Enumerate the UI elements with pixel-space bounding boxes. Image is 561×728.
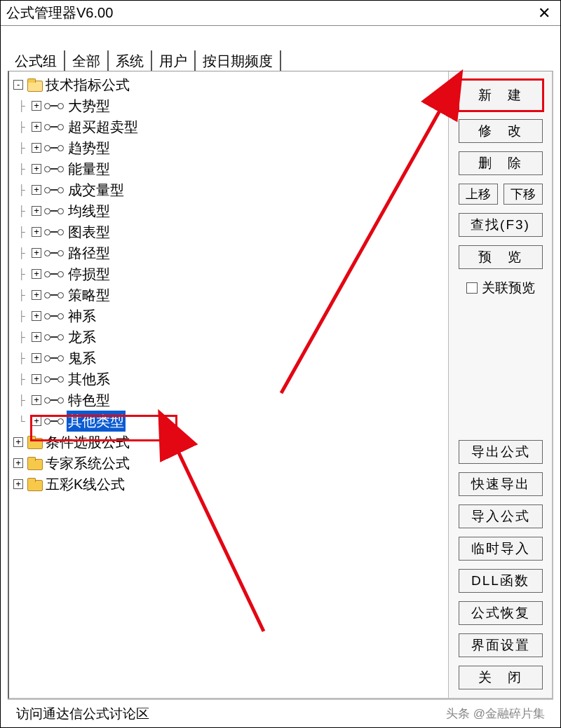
expand-icon[interactable]: + bbox=[13, 458, 23, 468]
tree-root-technical[interactable]: - 技术指标公式 bbox=[11, 74, 447, 95]
expand-icon[interactable]: + bbox=[32, 311, 41, 321]
expand-icon[interactable]: + bbox=[32, 353, 41, 363]
quick-export-button[interactable]: 快速导出 bbox=[459, 472, 543, 496]
tab-user[interactable]: 用户 bbox=[152, 50, 196, 71]
expand-icon[interactable]: + bbox=[32, 206, 41, 216]
tree-branch-icon: ├ bbox=[15, 390, 29, 411]
expand-icon[interactable]: + bbox=[13, 479, 23, 489]
link-icon bbox=[44, 250, 64, 256]
restore-button[interactable]: 公式恢复 bbox=[459, 601, 543, 625]
tree-label: 图表型 bbox=[67, 221, 111, 242]
tree-root-expert[interactable]: + 专家系统公式 bbox=[11, 453, 447, 474]
expand-icon[interactable]: + bbox=[32, 374, 41, 384]
tree-child[interactable]: ├+图表型 bbox=[11, 221, 447, 242]
link-preview-checkbox[interactable]: 关联预览 bbox=[466, 279, 535, 297]
expand-icon[interactable]: + bbox=[32, 164, 41, 174]
tree-label: 超买超卖型 bbox=[67, 116, 140, 137]
checkbox-label: 关联预览 bbox=[482, 279, 535, 297]
expand-icon[interactable]: + bbox=[13, 437, 23, 447]
dll-button[interactable]: DLL函数 bbox=[459, 569, 543, 593]
tree-label: 特色型 bbox=[67, 390, 111, 411]
titlebar: 公式管理器V6.00 ✕ bbox=[1, 1, 560, 26]
link-icon bbox=[44, 145, 64, 151]
tree-child[interactable]: ├+路径型 bbox=[11, 242, 447, 263]
expand-icon[interactable]: + bbox=[32, 416, 41, 426]
formula-tree[interactable]: - 技术指标公式 ├+大势型├+超买超卖型├+趋势型├+能量型├+成交量型├+均… bbox=[9, 71, 448, 698]
ui-settings-button[interactable]: 界面设置 bbox=[459, 633, 543, 657]
tab-bar: 公式组 全部 系统 用户 按日期频度 bbox=[8, 50, 553, 71]
temp-import-button[interactable]: 临时导入 bbox=[459, 537, 543, 561]
import-button[interactable]: 导入公式 bbox=[459, 504, 543, 528]
tab-system[interactable]: 系统 bbox=[109, 50, 152, 71]
tree-child[interactable]: └+其他类型 bbox=[11, 411, 447, 432]
tree-root-condition[interactable]: + 条件选股公式 bbox=[11, 432, 447, 453]
tree-child[interactable]: ├+停损型 bbox=[11, 263, 447, 284]
tab-formula-group[interactable]: 公式组 bbox=[8, 50, 65, 71]
folder-icon bbox=[27, 458, 41, 469]
tree-child[interactable]: ├+其他系 bbox=[11, 369, 447, 390]
move-up-button[interactable]: 上移 bbox=[459, 184, 498, 205]
link-icon bbox=[44, 124, 64, 130]
tree-child[interactable]: ├+大势型 bbox=[11, 95, 447, 116]
link-icon bbox=[44, 187, 64, 193]
tree-child[interactable]: ├+均线型 bbox=[11, 200, 447, 221]
tree-child[interactable]: ├+策略型 bbox=[11, 284, 447, 305]
tree-branch-icon: ├ bbox=[15, 137, 29, 158]
tree-child[interactable]: ├+神系 bbox=[11, 305, 447, 327]
delete-button[interactable]: 删 除 bbox=[459, 151, 543, 175]
tree-branch-icon: ├ bbox=[15, 95, 29, 116]
expand-icon[interactable]: + bbox=[32, 332, 41, 342]
edit-button[interactable]: 修 改 bbox=[459, 119, 543, 143]
expand-icon[interactable]: + bbox=[32, 227, 41, 237]
link-icon bbox=[44, 271, 64, 277]
tree-branch-icon: ├ bbox=[15, 200, 29, 221]
folder-icon bbox=[27, 437, 41, 448]
tree-label: 能量型 bbox=[67, 158, 111, 179]
link-icon bbox=[44, 208, 64, 214]
expand-icon[interactable]: + bbox=[32, 143, 41, 153]
tree-branch-icon: ├ bbox=[15, 179, 29, 200]
preview-button[interactable]: 预 览 bbox=[459, 245, 543, 269]
tree-child[interactable]: ├+超买超卖型 bbox=[11, 116, 447, 137]
new-button[interactable]: 新 建 bbox=[459, 80, 543, 111]
tab-all[interactable]: 全部 bbox=[65, 50, 109, 71]
link-icon bbox=[44, 313, 64, 320]
link-icon bbox=[44, 103, 64, 109]
collapse-icon[interactable]: - bbox=[13, 80, 23, 90]
link-icon bbox=[44, 355, 64, 362]
checkbox-icon bbox=[466, 282, 478, 294]
expand-icon[interactable]: + bbox=[32, 185, 41, 195]
window-body: 公式组 全部 系统 用户 按日期频度 - 技术指标公式 ├+大势型├+超买超卖型… bbox=[1, 26, 560, 727]
tree-branch-icon: ├ bbox=[15, 284, 29, 305]
move-down-button[interactable]: 下移 bbox=[503, 184, 543, 205]
folder-open-icon bbox=[27, 79, 41, 90]
tree-child[interactable]: ├+鬼系 bbox=[11, 348, 447, 369]
expand-icon[interactable]: + bbox=[32, 101, 41, 111]
tree-child[interactable]: ├+趋势型 bbox=[11, 137, 447, 158]
tree-label: 趋势型 bbox=[67, 137, 111, 158]
expand-icon[interactable]: + bbox=[32, 248, 41, 258]
expand-icon[interactable]: + bbox=[32, 269, 41, 279]
close-icon[interactable]: ✕ bbox=[534, 4, 555, 22]
close-button[interactable]: 关 闭 bbox=[459, 666, 543, 689]
tree-root-colorful-kline[interactable]: + 五彩K线公式 bbox=[11, 474, 447, 495]
find-button[interactable]: 查找(F3) bbox=[459, 213, 543, 237]
tab-by-date[interactable]: 按日期频度 bbox=[196, 50, 281, 71]
link-icon bbox=[44, 229, 64, 235]
link-icon bbox=[44, 166, 64, 172]
tree-child[interactable]: ├+能量型 bbox=[11, 158, 447, 179]
export-button[interactable]: 导出公式 bbox=[459, 440, 543, 464]
tree-child[interactable]: ├+特色型 bbox=[11, 390, 447, 411]
tree-child[interactable]: ├+成交量型 bbox=[11, 179, 447, 200]
expand-icon[interactable]: + bbox=[32, 122, 41, 132]
tree-label: 其他类型 bbox=[67, 411, 126, 432]
expand-icon[interactable]: + bbox=[32, 290, 41, 300]
move-buttons: 上移 下移 bbox=[459, 184, 543, 205]
side-panel: 新 建 修 改 删 除 上移 下移 查找(F3) 预 览 关联预览 导出公式 快… bbox=[448, 71, 552, 698]
tree-child[interactable]: ├+龙系 bbox=[11, 327, 447, 348]
expand-icon[interactable]: + bbox=[32, 395, 41, 405]
link-icon bbox=[44, 292, 64, 298]
tree-branch-icon: ├ bbox=[15, 242, 29, 263]
tree-branch-icon: ├ bbox=[15, 348, 29, 369]
forum-link[interactable]: 访问通达信公式讨论区 bbox=[16, 705, 149, 723]
